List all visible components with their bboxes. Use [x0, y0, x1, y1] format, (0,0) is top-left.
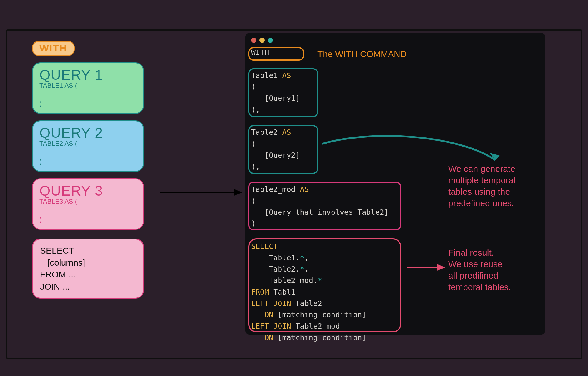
code-close-3: ): [251, 219, 256, 228]
query1-close: ): [39, 99, 136, 108]
query3-box: QUERY 3 TABLE3 AS ( ): [32, 178, 144, 230]
query3-close: ): [39, 215, 136, 224]
code-as-3: AS: [300, 185, 309, 194]
annotation-with-command: The WITH COMMAND: [317, 48, 407, 60]
code-with: WITH: [251, 48, 269, 57]
code-as-1: AS: [282, 71, 291, 80]
code-cond-1: [matching condition]: [278, 310, 366, 319]
annotation-generate-tables: We can generate multiple temporal tables…: [448, 163, 515, 209]
close-dot-icon: [251, 38, 256, 43]
code-join2-tbl: Table2_mod: [296, 322, 340, 330]
select-line-1: SELECT: [40, 245, 136, 257]
code-as-2: AS: [282, 128, 291, 137]
query3-title: QUERY 3: [39, 183, 136, 199]
code-select: SELECT: [251, 242, 278, 251]
code-q2: [Query2]: [264, 151, 300, 159]
code-from: FROM: [251, 288, 269, 296]
code-t2-name: Table2: [251, 128, 278, 137]
query1-box: QUERY 1 TABLE1 AS ( ): [32, 62, 144, 114]
code-open-1: (: [251, 82, 256, 91]
window-controls: [251, 38, 539, 43]
query1-title: QUERY 1: [39, 67, 136, 83]
select-box: SELECT [columns] FROM ... JOIN ...: [32, 239, 144, 299]
code-join-1: JOIN: [273, 299, 291, 308]
code-q2mod: [Query that involves Table2]: [264, 208, 388, 217]
annotation-final-result: Final result. We use reuse all predifine…: [448, 247, 511, 293]
code-star-1: *: [300, 254, 304, 262]
code-comma-1: ,: [304, 254, 309, 262]
code-close-2: ),: [251, 162, 260, 171]
code-star-2: *: [300, 265, 304, 273]
code-open-2: (: [251, 139, 256, 148]
code-star-3: *: [318, 276, 322, 285]
query2-title: QUERY 2: [39, 125, 136, 141]
code-col1: Table1.: [269, 254, 300, 262]
code-close-1: ),: [251, 105, 260, 114]
code-q1: [Query1]: [264, 94, 300, 102]
code-on-1: ON: [264, 310, 273, 319]
code-left-2: LEFT: [251, 322, 269, 330]
minimize-dot-icon: [259, 38, 265, 43]
code-t2mod-name: Table2_mod: [251, 185, 296, 194]
select-line-2: [columns]: [40, 257, 136, 269]
code-open-3: (: [251, 197, 256, 205]
zoom-dot-icon: [268, 38, 273, 43]
code-left-1: LEFT: [251, 299, 269, 308]
code-t1-name: Table1: [251, 71, 278, 80]
code-comma-2: ,: [304, 265, 309, 273]
code-cond-2: [matching condition]: [278, 333, 366, 342]
with-chip: WITH: [32, 41, 75, 56]
code-col3: Table2_mod.: [269, 276, 318, 285]
code-join1-tbl: Table2: [296, 299, 322, 308]
code-col2: Table2.: [269, 265, 300, 273]
code-join-2: JOIN: [273, 322, 291, 330]
query2-close: ): [39, 157, 136, 166]
code-from-tbl: Tabl1: [273, 288, 295, 296]
code-on-2: ON: [264, 333, 273, 342]
query2-box: QUERY 2 TABLE2 AS ( ): [32, 120, 144, 172]
select-line-3: FROM ...: [40, 269, 136, 281]
arrow-to-code-icon: [160, 187, 242, 198]
svg-marker-1: [234, 189, 242, 196]
select-line-4: JOIN ...: [40, 281, 136, 293]
diagram-frame: WITH QUERY 1 TABLE1 AS ( ) QUERY 2 TABLE…: [6, 29, 582, 359]
left-column: WITH QUERY 1 TABLE1 AS ( ) QUERY 2 TABLE…: [32, 41, 151, 299]
